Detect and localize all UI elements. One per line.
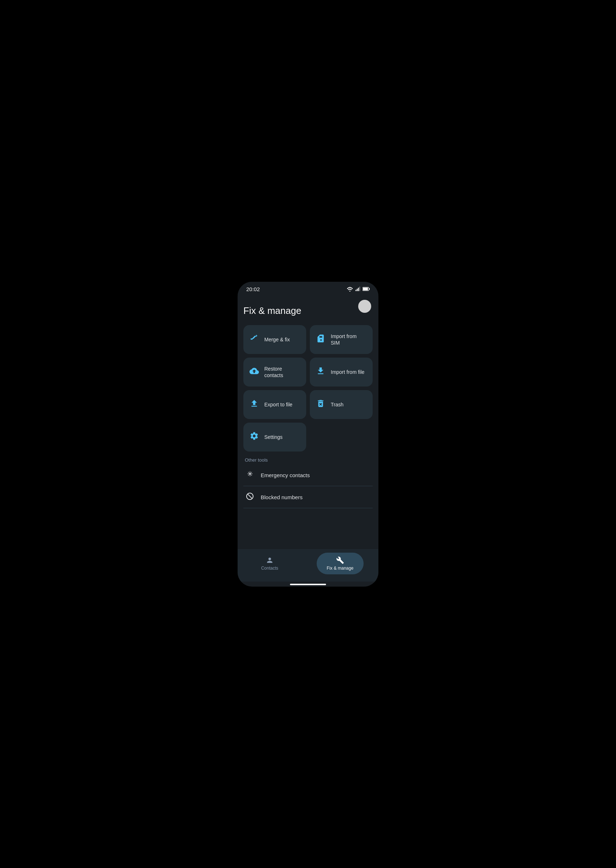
fix-manage-nav-label: Fix & manage [327,566,354,571]
svg-rect-1 [356,290,357,291]
fix-manage-nav-icon [336,556,344,564]
settings-label: Settings [264,434,283,440]
emergency-contacts-item[interactable]: ✳ Emergency contacts [244,464,372,486]
nav-fix-manage[interactable]: Fix & manage [317,553,364,574]
page-title: Fix & manage [244,305,372,316]
home-indicator [290,584,326,585]
blocked-numbers-item[interactable]: Blocked numbers [244,486,372,508]
trash-button[interactable]: Trash [310,390,372,419]
svg-text:✳: ✳ [247,470,253,478]
emergency-icon: ✳ [245,470,255,480]
import-sim-label: Import from SIM [331,333,367,346]
settings-icon [249,431,259,443]
settings-button[interactable]: Settings [244,423,306,451]
wifi-icon [347,286,353,291]
restore-contacts-button[interactable]: Restore contacts [244,358,306,387]
svg-rect-6 [369,288,370,290]
import-file-button[interactable]: Import from file [310,358,372,387]
contacts-nav-label: Contacts [261,566,278,571]
restore-icon [249,366,259,378]
battery-icon [363,287,370,291]
main-content: Fix & manage Merge & fix Import from SIM [237,295,379,549]
status-icons [347,286,370,291]
signal-icon [355,286,360,291]
blocked-icon [245,492,255,502]
merge-fix-icon [249,334,259,345]
other-tools-label: Other tools [244,457,372,463]
export-file-button[interactable]: Export to file [244,390,306,419]
svg-rect-2 [357,289,357,291]
svg-point-0 [349,291,350,292]
contacts-nav-icon [266,556,274,564]
import-sim-button[interactable]: Import from SIM [310,325,372,354]
nav-contacts[interactable]: Contacts [252,554,287,573]
import-file-label: Import from file [331,369,365,375]
svg-rect-7 [363,288,368,291]
trash-icon [316,399,326,410]
sim-icon [316,334,326,345]
svg-rect-3 [358,288,359,291]
phone-screen: 20:02 Fix & mana [237,282,379,587]
trash-label: Trash [331,401,343,408]
bottom-nav: Contacts Fix & manage [237,549,379,582]
merge-fix-label: Merge & fix [264,336,290,343]
restore-contacts-label: Restore contacts [264,366,300,379]
status-time: 20:02 [246,286,260,292]
emergency-contacts-label: Emergency contacts [261,472,310,478]
grid-buttons: Merge & fix Import from SIM Restore cont… [244,325,372,452]
profile-avatar[interactable] [358,300,371,313]
import-icon [316,366,326,378]
blocked-numbers-label: Blocked numbers [261,494,303,500]
export-icon [249,399,259,410]
other-tools-list: ✳ Emergency contacts Blocked numbers [244,464,372,508]
svg-rect-4 [359,287,360,291]
export-file-label: Export to file [264,401,292,408]
status-bar: 20:02 [237,282,379,295]
merge-fix-button[interactable]: Merge & fix [244,325,306,354]
